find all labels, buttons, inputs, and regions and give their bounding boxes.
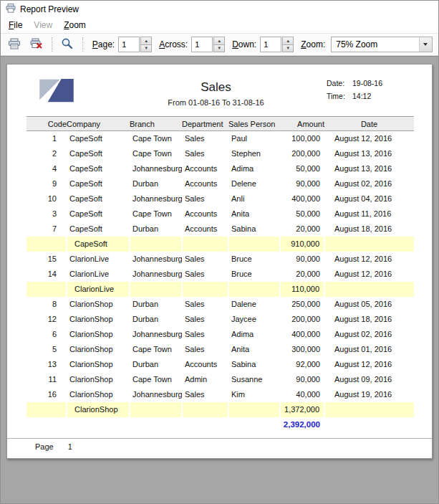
cell-company: ClarionLive: [67, 267, 130, 282]
cell-person: Stephen: [228, 146, 280, 161]
grand-total-amount: 2,392,000: [280, 417, 324, 432]
cell-branch: Johannesburg: [130, 327, 182, 342]
cell-department: Admin: [182, 372, 228, 387]
cell-branch: Cape Town: [130, 372, 182, 387]
preview-area: Sales From 01-08-16 To 31-08-16 Date: 19…: [1, 56, 438, 503]
group-total-label: CapeSoft: [67, 237, 130, 252]
group-total-amount: 910,000: [280, 237, 324, 252]
report-time-value: 14:12: [352, 92, 371, 100]
table-row: 9CapeSoftDurbanAccountsDelene90,000Augus…: [26, 176, 414, 191]
cell-code: 13: [26, 357, 67, 372]
cell-code: 6: [26, 327, 67, 342]
cell-empty: [324, 402, 414, 417]
across-spinner: ▲ ▼: [191, 37, 225, 52]
down-input[interactable]: [260, 37, 281, 52]
down-spin-down-button[interactable]: ▼: [282, 44, 294, 53]
cell-code: 5: [26, 342, 67, 357]
cell-empty: [324, 282, 414, 297]
report-date-row: Date: 19-08-16: [327, 79, 413, 87]
table-row: 2CapeSoftCape TownSalesStephen200,000Aug…: [26, 146, 414, 161]
cell-amount: 300,000: [280, 342, 324, 357]
cell-date: August 12, 2016: [324, 267, 414, 282]
table-row: 5ClarionShopCape TownSalesAnita300,000Au…: [26, 342, 414, 357]
report-title-block: Sales From 01-08-16 To 31-08-16: [105, 77, 327, 107]
cell-department: Sales: [182, 252, 228, 267]
cell-code: 3: [26, 206, 67, 222]
group-total-row: ClarionShop1,372,000: [26, 402, 414, 417]
report-icon: [6, 4, 16, 15]
report-page-content: Sales From 01-08-16 To 31-08-16 Date: 19…: [7, 65, 432, 432]
cell-amount: 250,000: [280, 297, 324, 312]
cell-branch: Cape Town: [130, 146, 182, 161]
cell-branch: Durban: [130, 176, 182, 191]
page-input[interactable]: [118, 37, 140, 52]
page-footer: Page 1: [7, 438, 432, 458]
table-row: 13ClarionShopDurbanAccountsSabina92,000A…: [26, 357, 414, 372]
cell-code: 1: [26, 131, 67, 146]
cell-amount: 20,000: [280, 222, 324, 237]
cell-company: CapeSoft: [67, 131, 130, 146]
cell-code: 11: [26, 372, 67, 387]
cell-empty: [182, 282, 228, 297]
zoom-tool-button[interactable]: [58, 36, 77, 54]
cell-person: Anita: [228, 342, 280, 357]
cell-branch: Cape Town: [130, 342, 182, 357]
menu-item-zoom[interactable]: Zoom: [58, 19, 92, 32]
cell-code: 12: [26, 312, 67, 327]
menu-item-file[interactable]: File: [3, 19, 28, 32]
report-date-label: Date:: [327, 79, 352, 87]
cell-department: Accounts: [182, 206, 228, 222]
cell-amount: 200,000: [280, 146, 324, 161]
cell-department: Sales: [182, 297, 228, 312]
table-row: 7CapeSoftDurbanAccountsSabina20,000Augus…: [26, 222, 414, 237]
cell-empty: [228, 402, 280, 417]
chevron-down-icon[interactable]: [419, 37, 432, 52]
cell-branch: Johannesburg: [130, 191, 182, 206]
zoom-dropdown-value: 75% Zoom: [332, 39, 419, 49]
cell-date: August 02, 2016: [324, 327, 414, 342]
page-spin-down-button[interactable]: ▼: [140, 44, 152, 53]
cell-department: Accounts: [182, 222, 228, 237]
cell-department: Sales: [182, 387, 228, 402]
table-row: 10CapeSoftJohannesburgSalesAnli400,000Au…: [26, 191, 414, 206]
print-cancel-button[interactable]: [27, 36, 46, 54]
titlebar: Report Preview: [1, 1, 438, 18]
report-time-row: Time: 14:12: [327, 92, 413, 100]
table-row: 16ClarionShopJohannesburgSalesKim40,000A…: [26, 387, 414, 402]
cell-company: CapeSoft: [67, 206, 130, 222]
across-input[interactable]: [191, 37, 213, 52]
cell-empty: [182, 417, 228, 432]
cell-company: ClarionShop: [67, 312, 130, 327]
column-header-date: Date: [324, 117, 414, 131]
report-meta: Date: 19-08-16 Time: 14:12: [327, 77, 413, 105]
cell-code: 10: [26, 191, 67, 206]
cell-empty: [67, 417, 130, 432]
cell-date: August 18, 2016: [324, 312, 414, 327]
cell-empty: [228, 282, 280, 297]
cell-branch: Cape Town: [130, 131, 182, 146]
cell-empty: [130, 402, 182, 417]
cell-amount: 20,000: [280, 267, 324, 282]
cell-department: Accounts: [182, 357, 228, 372]
cell-date: August 04, 2016: [324, 191, 414, 206]
zoom-label: Zoom:: [301, 39, 325, 49]
cell-person: Adima: [228, 161, 280, 176]
cell-branch: Johannesburg: [130, 267, 182, 282]
cell-department: Sales: [182, 267, 228, 282]
report-title: Sales: [105, 80, 327, 95]
print-button[interactable]: [5, 36, 24, 54]
cell-amount: 90,000: [280, 176, 324, 191]
cell-amount: 92,000: [280, 357, 324, 372]
cell-date: August 11, 2016: [324, 206, 414, 222]
cell-empty: [324, 237, 414, 252]
cell-company: CapeSoft: [67, 161, 130, 176]
across-spin-down-button[interactable]: ▼: [213, 44, 225, 53]
cell-department: Accounts: [182, 161, 228, 176]
cell-company: CapeSoft: [67, 176, 130, 191]
cell-company: ClarionShop: [67, 372, 130, 387]
cell-date: August 12, 2016: [324, 131, 414, 146]
column-header-company: Company: [67, 117, 130, 131]
cell-company: ClarionLive: [67, 252, 130, 267]
zoom-dropdown[interactable]: 75% Zoom: [331, 37, 433, 52]
cell-person: Delene: [228, 176, 280, 191]
